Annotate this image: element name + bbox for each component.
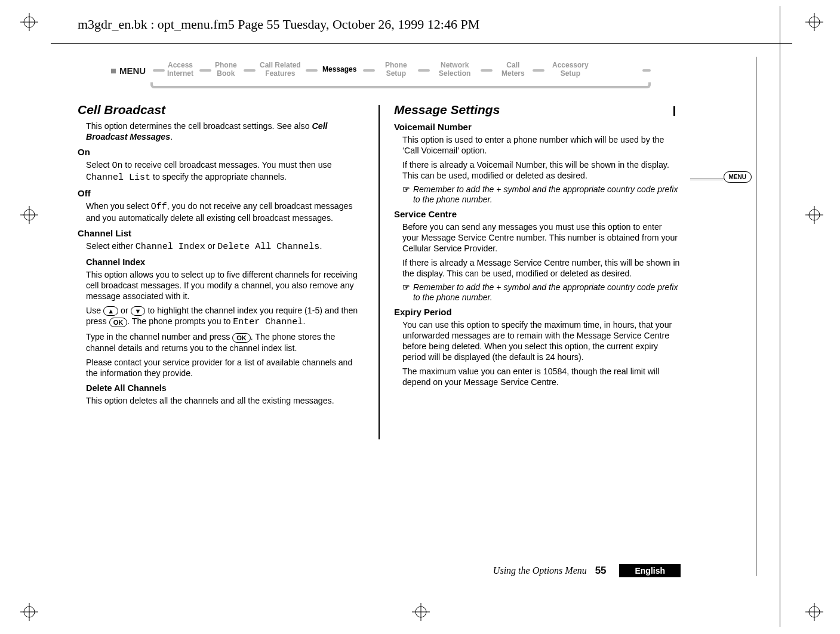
header-rule — [51, 43, 792, 44]
lcd-text: Enter Channel — [233, 317, 303, 327]
footer-page-number: 55 — [595, 565, 607, 576]
text: . — [303, 316, 305, 326]
nav-connector — [418, 69, 430, 72]
subhead-channel-list: Channel List — [78, 228, 364, 238]
footer-title: Using the Options Menu — [493, 565, 587, 575]
guide-line-outer — [780, 6, 780, 627]
nav-item-line1: Network — [441, 61, 469, 69]
subhead-voicemail-number: Voicemail Number — [394, 122, 681, 132]
off-body: When you select Off, you do not receive … — [86, 201, 364, 223]
subhead-expiry-period: Expiry Period — [394, 307, 681, 317]
left-column: Cell Broadcast This option determines th… — [78, 101, 364, 439]
subhead-off: Off — [78, 188, 364, 198]
voicemail-body-1: This option is used to enter a phone num… — [402, 134, 681, 156]
text: to specify the appropriate channels. — [150, 172, 287, 181]
page-footer: Using the Options Menu 55 English — [78, 564, 681, 577]
nav-connector — [533, 69, 544, 72]
nav-connector — [481, 69, 493, 72]
service-centre-body-1: Before you can send any messages you mus… — [402, 221, 681, 254]
nav-item-messages: Messages — [322, 65, 356, 73]
pointing-hand-icon: ☞ — [402, 282, 410, 302]
expiry-body-1: You can use this option to specify the m… — [402, 319, 681, 362]
channel-index-body-2: Use ▲ or ▼ to highlight the channel inde… — [86, 305, 364, 328]
text: Type in the channel number and press — [86, 332, 232, 341]
service-centre-body-2: If there is already a Message Service Ce… — [402, 257, 681, 279]
nav-item-line1: Call — [506, 61, 519, 69]
nav-item-line1: Call Related — [260, 61, 301, 69]
key-ok-icon: OK — [232, 333, 251, 343]
text: or — [205, 241, 218, 251]
lcd-text: On — [112, 161, 122, 171]
plus-symbol: + — [496, 283, 501, 293]
lcd-text: Channel Index — [136, 242, 205, 252]
lcd-text: Off — [151, 202, 167, 212]
crop-mark-tr — [805, 13, 823, 31]
margin-tab-line — [690, 178, 724, 181]
nav-item-line1: Phone — [215, 61, 237, 69]
subhead-on: On — [78, 147, 364, 157]
section-title-cell-broadcast: Cell Broadcast — [78, 103, 364, 117]
channel-list-body: Select either Channel Index or Delete Al… — [86, 241, 364, 253]
margin-menu-tab: MENU — [724, 171, 752, 181]
nav-item-line2: Setup — [386, 69, 406, 78]
subsubhead-channel-index: Channel Index — [86, 257, 364, 267]
text: . The phone prompts you to — [127, 316, 233, 326]
guide-line-inner — [756, 57, 756, 576]
text: Select either — [86, 241, 136, 251]
plus-symbol: + — [496, 185, 501, 195]
nav-item-access-internet: Access Internet — [167, 61, 193, 78]
channel-index-body-4: Please contact your service provider for… — [86, 357, 364, 378]
subhead-service-centre: Service Centre — [394, 209, 681, 219]
nav-item-accessory-setup: Accessory Setup — [552, 61, 589, 78]
nav-item-line1: Accessory — [552, 61, 589, 69]
cell-broadcast-intro: This option determines the cell broadcas… — [86, 121, 364, 142]
nav-item-line2: Setup — [561, 69, 580, 78]
text: When you select — [86, 201, 151, 211]
nav-item-line2: Selection — [439, 69, 470, 78]
nav-item-line2: Features — [265, 69, 295, 78]
crop-mark-br — [805, 603, 823, 621]
nav-item-line2: Book — [217, 69, 235, 78]
nav-item-line1: Messages — [322, 65, 356, 73]
right-column: Message Settings Voicemail Number This o… — [394, 101, 681, 439]
nav-item-phone-book: Phone Book — [215, 61, 237, 78]
text: . — [319, 241, 322, 251]
nav-item-network-selection: Network Selection — [439, 61, 470, 78]
lcd-text: Channel List — [86, 173, 150, 183]
nav-connector — [199, 69, 211, 72]
note-text: Remember to add the — [413, 184, 496, 194]
channel-index-body-1: This option allows you to select up to f… — [86, 269, 364, 301]
note-text: Remember to add the — [413, 282, 496, 292]
menu-nav: MENU Access Internet Phone Book Call Rel… — [119, 61, 645, 93]
subsubhead-delete-all-channels: Delete All Channels — [86, 383, 364, 393]
channel-index-body-3: Type in the channel number and press OK.… — [86, 331, 364, 353]
nav-item-call-related-features: Call Related Features — [260, 61, 301, 78]
crop-mark-bl — [20, 603, 38, 621]
nav-item-line1: Phone — [385, 61, 407, 69]
on-body: Select On to receive cell broadcast mess… — [86, 159, 364, 183]
nav-underbar — [150, 82, 651, 88]
nav-item-call-meters: Call Meters — [501, 61, 525, 78]
section-title-message-settings: Message Settings — [394, 103, 681, 117]
text: This option determines the cell broadcas… — [86, 121, 312, 131]
nav-connector — [153, 69, 165, 72]
nav-connector — [642, 69, 651, 72]
crop-mark-tl — [20, 13, 38, 31]
menu-bullet-icon — [111, 69, 116, 73]
nav-connector — [363, 69, 375, 72]
key-down-icon: ▼ — [131, 306, 146, 316]
nav-item-line1: Access — [168, 61, 193, 69]
note-service-centre: ☞ Remember to add the + symbol and the a… — [402, 282, 681, 302]
note-voicemail: ☞ Remember to add the + symbol and the a… — [402, 184, 681, 204]
nav-item-line2: Meters — [501, 69, 525, 78]
delete-all-channels-body: This option deletes all the channels and… — [86, 395, 364, 406]
text: . — [170, 132, 173, 141]
nav-connector — [244, 69, 256, 72]
crop-mark-ml — [20, 206, 38, 224]
expiry-body-2: The maximum value you can enter is 10584… — [402, 366, 681, 387]
column-divider — [379, 105, 380, 439]
lcd-text: Delete All Channels — [217, 242, 319, 252]
key-ok-icon: OK — [109, 318, 128, 327]
crop-mark-mr — [805, 206, 823, 224]
nav-item-line2: Internet — [167, 69, 193, 78]
